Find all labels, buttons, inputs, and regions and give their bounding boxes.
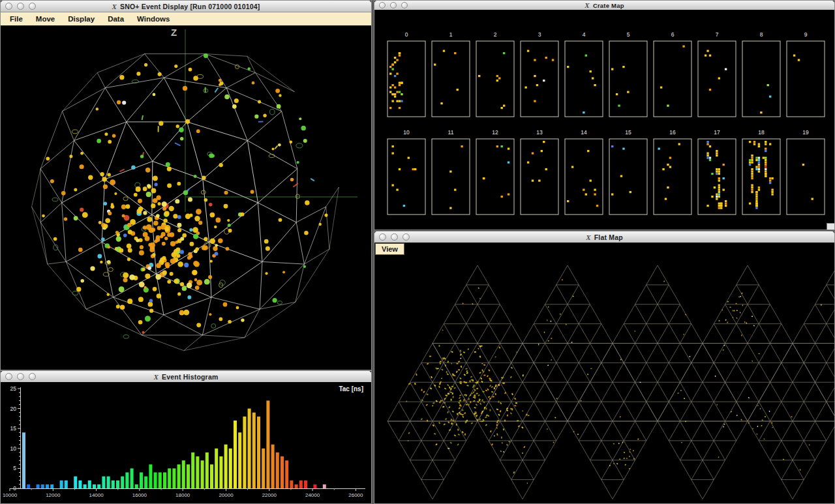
svg-text:2: 2 bbox=[494, 31, 497, 38]
histogram-bar bbox=[37, 484, 40, 488]
svg-text:20: 20 bbox=[10, 406, 17, 412]
crate-panel-17 bbox=[706, 141, 727, 209]
window-title: XCrate Map bbox=[374, 1, 834, 9]
crate-map-titlebar[interactable]: XCrate Map bbox=[374, 1, 834, 10]
histogram-bar bbox=[154, 473, 157, 489]
crate-panel-13 bbox=[527, 141, 547, 182]
menu-move[interactable]: Move bbox=[29, 14, 61, 24]
histogram-bar bbox=[295, 484, 298, 488]
window-controls bbox=[5, 373, 36, 380]
minimize-button[interactable] bbox=[17, 373, 24, 380]
event-histogram-titlebar[interactable]: XEvent Histogram bbox=[1, 371, 371, 383]
crate-panel-6 bbox=[660, 46, 685, 107]
window-controls bbox=[379, 2, 408, 8]
svg-text:26000: 26000 bbox=[348, 492, 363, 498]
svg-text:8: 8 bbox=[760, 31, 763, 38]
histogram-bar bbox=[41, 484, 44, 488]
svg-text:0: 0 bbox=[13, 485, 16, 492]
histogram-bar bbox=[27, 484, 30, 488]
crate-panel-11 bbox=[449, 145, 463, 209]
svg-text:6: 6 bbox=[671, 31, 675, 38]
svg-text:16: 16 bbox=[669, 129, 676, 136]
svg-text:15: 15 bbox=[10, 425, 17, 432]
crate-panel-0 bbox=[389, 52, 403, 109]
histogram-canvas[interactable]: 0510152025100001200014000160001800020000… bbox=[1, 382, 371, 503]
svg-text:18: 18 bbox=[758, 129, 765, 136]
crate-map-canvas[interactable]: 012345678910111213141516171819 bbox=[374, 10, 834, 230]
histogram-bar bbox=[182, 460, 185, 488]
flat-map-canvas[interactable] bbox=[374, 243, 834, 503]
svg-text:1: 1 bbox=[449, 31, 453, 38]
svg-text:5: 5 bbox=[13, 465, 16, 471]
crate-map-window: XCrate Map 01234567891011121314151617181… bbox=[374, 0, 835, 230]
crate-panel-18 bbox=[749, 141, 774, 209]
minimize-button[interactable] bbox=[391, 233, 398, 241]
minimize-button[interactable] bbox=[390, 2, 397, 8]
menu-file[interactable]: File bbox=[3, 14, 29, 24]
view-menu-button[interactable]: View bbox=[375, 243, 404, 255]
svg-text:12000: 12000 bbox=[46, 492, 61, 498]
menu-data[interactable]: Data bbox=[101, 14, 130, 24]
close-button[interactable] bbox=[5, 373, 12, 380]
window-title: XSNO+ Event Display [Run 071000 010104] bbox=[1, 3, 371, 10]
zoom-button[interactable] bbox=[402, 233, 410, 241]
x11-logo-icon: X bbox=[584, 1, 590, 9]
svg-text:7: 7 bbox=[716, 31, 719, 38]
flat-map-titlebar[interactable]: XFlat Map bbox=[374, 231, 834, 243]
histogram-bar bbox=[191, 452, 194, 488]
histogram-bar bbox=[135, 484, 138, 488]
close-button[interactable] bbox=[379, 233, 386, 241]
histogram-bar bbox=[224, 445, 228, 488]
histogram-bar bbox=[107, 477, 110, 488]
crate-panel-4 bbox=[567, 55, 596, 114]
histogram-bar bbox=[46, 484, 49, 488]
histogram-bar bbox=[276, 452, 279, 488]
close-button[interactable] bbox=[5, 3, 12, 10]
zoom-button[interactable] bbox=[401, 2, 408, 8]
histogram-bar bbox=[266, 400, 269, 488]
histogram-bar bbox=[60, 481, 63, 488]
histogram-bar bbox=[78, 481, 82, 488]
svg-text:9: 9 bbox=[804, 31, 808, 38]
sphere-display-canvas[interactable] bbox=[1, 25, 371, 370]
histogram-bar bbox=[243, 417, 246, 488]
histogram-bar bbox=[196, 456, 199, 488]
svg-text:16000: 16000 bbox=[132, 492, 147, 498]
svg-text:11: 11 bbox=[448, 129, 454, 136]
histogram-bar bbox=[262, 449, 265, 488]
histogram-bar bbox=[285, 460, 288, 488]
histogram-bar bbox=[163, 473, 166, 489]
histogram-bar bbox=[299, 481, 303, 488]
zoom-button[interactable] bbox=[29, 3, 36, 10]
histogram-bar bbox=[102, 477, 105, 488]
histogram-bar bbox=[238, 432, 241, 488]
event-display-titlebar[interactable]: XSNO+ Event Display [Run 071000 010104] bbox=[1, 1, 371, 12]
histogram-bar bbox=[187, 464, 190, 488]
svg-text:15: 15 bbox=[625, 129, 631, 136]
zoom-button[interactable] bbox=[29, 373, 36, 380]
svg-text:10: 10 bbox=[403, 129, 410, 136]
event-histogram-window: XEvent Histogram Tac [ns] 05101520251000… bbox=[0, 370, 372, 504]
histogram-bar bbox=[201, 460, 204, 488]
svg-text:0: 0 bbox=[405, 31, 408, 38]
close-button[interactable] bbox=[379, 2, 386, 8]
histogram-bar bbox=[234, 421, 237, 488]
crate-panel-19 bbox=[802, 164, 813, 200]
crate-panel-5 bbox=[611, 66, 630, 107]
menu-windows[interactable]: Windows bbox=[130, 14, 176, 24]
svg-text:12: 12 bbox=[492, 129, 498, 136]
svg-text:5: 5 bbox=[627, 31, 630, 38]
histogram-bar bbox=[252, 413, 256, 488]
svg-text:14: 14 bbox=[581, 129, 587, 136]
histogram-bar bbox=[65, 481, 68, 488]
minimize-button[interactable] bbox=[17, 3, 24, 10]
menu-display[interactable]: Display bbox=[61, 14, 101, 24]
svg-text:24000: 24000 bbox=[305, 492, 320, 498]
histogram-bar bbox=[210, 464, 213, 488]
window-controls bbox=[5, 3, 36, 10]
svg-text:18000: 18000 bbox=[175, 492, 190, 498]
svg-text:4: 4 bbox=[583, 31, 586, 38]
resize-handle[interactable] bbox=[827, 223, 834, 230]
crate-panel-12 bbox=[483, 145, 509, 198]
svg-text:25: 25 bbox=[10, 385, 17, 392]
